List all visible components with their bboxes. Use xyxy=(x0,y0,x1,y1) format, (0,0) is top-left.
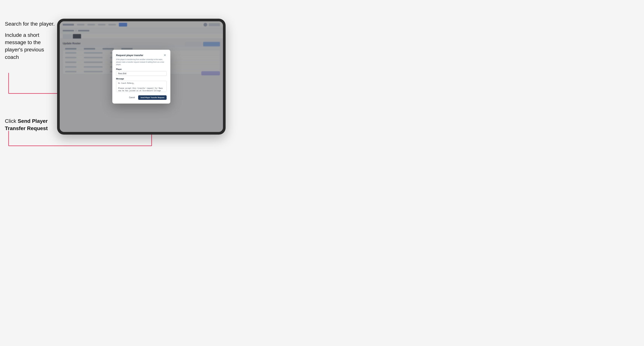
modal-overlay: Request player transfer ✕ If the player … xyxy=(60,21,223,132)
annotation-click: Click Send Player Transfer Request xyxy=(5,117,50,132)
close-button[interactable]: ✕ xyxy=(163,53,166,57)
tablet-device: Update Roster xyxy=(57,19,226,135)
annotation-search: Search for the player. xyxy=(5,20,55,27)
annotation-click-prefix: Click xyxy=(5,118,18,124)
annotation-area: Search for the player. Include a short m… xyxy=(0,0,56,346)
annotation-message-text: Include a short message to the player's … xyxy=(5,32,44,60)
player-input[interactable] xyxy=(116,71,166,76)
message-textarea[interactable]: Hi Coach McHarg, Please accept this tran… xyxy=(116,81,166,92)
send-transfer-request-button[interactable]: Send Player Transfer Request xyxy=(138,95,166,100)
message-label: Message xyxy=(116,78,166,80)
modal-footer: Cancel Send Player Transfer Request xyxy=(116,95,166,100)
tablet-screen: Update Roster xyxy=(60,21,223,132)
modal-header: Request player transfer ✕ xyxy=(116,53,166,57)
player-label: Player xyxy=(116,68,166,70)
cancel-button[interactable]: Cancel xyxy=(127,95,137,100)
modal-dialog: Request player transfer ✕ If the player … xyxy=(112,50,170,104)
annotation-message: Include a short message to the player's … xyxy=(5,31,54,61)
modal-description: If the player is transferring from anoth… xyxy=(116,58,166,66)
modal-title: Request player transfer xyxy=(116,54,143,57)
